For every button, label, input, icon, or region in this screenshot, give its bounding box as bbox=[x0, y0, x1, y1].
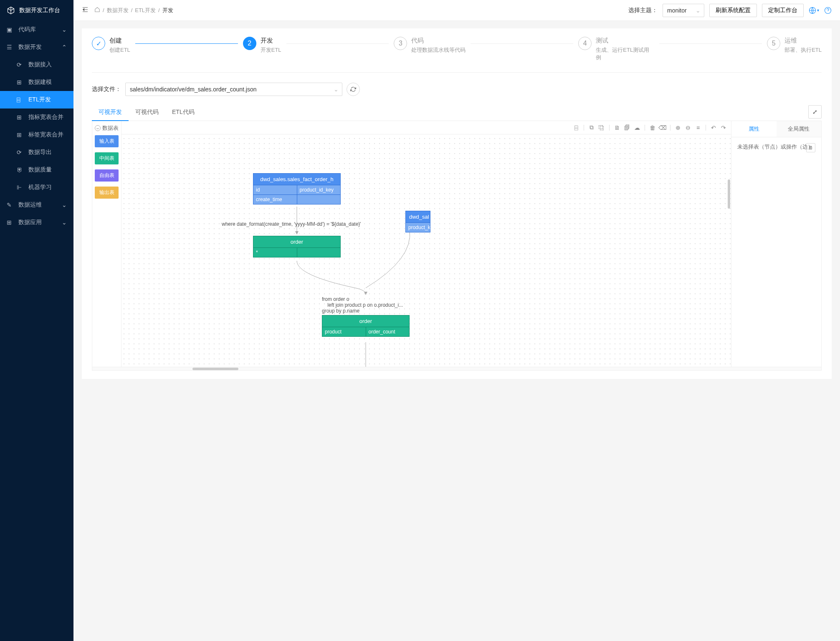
chevron-down-icon: ⌄ bbox=[62, 219, 67, 226]
chevron-down-icon: ⌄ bbox=[62, 26, 67, 33]
sidebar-collapse-button[interactable] bbox=[82, 6, 89, 14]
node-dwd-sal-partial[interactable]: dwd_sal product_k bbox=[405, 211, 430, 232]
props-empty-text: 未选择表（节点）或操作（边） bbox=[737, 144, 813, 150]
grid-icon: ⊞ bbox=[17, 131, 23, 138]
where-annotation: where date_format(create_time, 'yyyy-MM-… bbox=[222, 221, 361, 227]
palette-free-table[interactable]: 自由表 bbox=[95, 169, 119, 182]
customize-workbench-button[interactable]: 定制工作台 bbox=[762, 4, 804, 17]
save-icon[interactable]: 🗐 bbox=[623, 124, 631, 132]
props-tab-attr[interactable]: 属性 bbox=[731, 121, 777, 137]
nav-tag-merge[interactable]: ⊞标签宽表合并 bbox=[0, 126, 73, 144]
properties-panel: 属性 全局属性 未选择表（节点）或操作（边） 🗎 bbox=[731, 121, 821, 367]
zoom-in-icon[interactable]: ⊕ bbox=[674, 124, 682, 132]
node-dwd-sales[interactable]: dwd_sales.sales_fact_order_h idproduct_i… bbox=[253, 173, 341, 204]
sidebar: 数据开发工作台 ▣ 代码库 ⌄ ☰ 数据开发 ⌃ ⟳数据接入 ⊞数据建模 ⌸ET… bbox=[0, 0, 73, 641]
nav-data-model[interactable]: ⊞数据建模 bbox=[0, 73, 73, 91]
chevron-up-icon: ⌃ bbox=[62, 44, 67, 50]
file-select-row: 选择文件： sales/dm/indicator/ve/dm_sales.ord… bbox=[92, 83, 822, 96]
file-label: 选择文件： bbox=[92, 86, 121, 93]
join-annotation: from order o left join product p on o.pr… bbox=[322, 296, 403, 314]
graph-canvas[interactable]: ⌸ ⧉ ⿻ 🗎 🗐 ☁ 🗑 ⌫ bbox=[121, 121, 731, 367]
help-button[interactable] bbox=[824, 7, 832, 14]
file-icon[interactable]: 🗎 bbox=[613, 124, 621, 132]
theme-label: 选择主题： bbox=[628, 7, 658, 14]
steps: ✓ 创建创建ETL 2 开发开发ETL 3 代码处理数据流水线等代码 bbox=[92, 37, 822, 73]
refresh-icon: ⟳ bbox=[17, 61, 23, 68]
breadcrumb-item[interactable]: 数据开发 bbox=[107, 7, 129, 14]
fit-icon[interactable]: ≡ bbox=[694, 124, 702, 132]
nav-data-app[interactable]: ⊞ 数据应用 ⌄ bbox=[0, 214, 73, 231]
home-icon[interactable] bbox=[94, 7, 100, 14]
trash-icon[interactable]: ⌫ bbox=[658, 124, 667, 132]
ml-icon: ⊩ bbox=[17, 184, 23, 191]
copy-icon[interactable]: ⧉ bbox=[587, 124, 596, 132]
shield-icon: ⛨ bbox=[17, 167, 23, 173]
step-done-icon: ✓ bbox=[92, 37, 105, 50]
step-test[interactable]: 4 测试生成、运行ETL测试用例 bbox=[578, 37, 654, 61]
nav-machine-learning[interactable]: ⊩机器学习 bbox=[0, 179, 73, 196]
header: / 数据开发 / ETL开发 / 开发 选择主题： monitor 刷新系统配置… bbox=[73, 0, 840, 21]
dev-tabs: 可视开发 可视代码 ETL代码 ⤢ bbox=[92, 104, 822, 121]
nav-code-repo[interactable]: ▣ 代码库 ⌄ bbox=[0, 21, 73, 38]
props-tab-global[interactable]: 全局属性 bbox=[777, 121, 822, 137]
doc-icon[interactable]: 🗎 bbox=[806, 143, 815, 152]
tab-etl-code[interactable]: ETL代码 bbox=[165, 104, 201, 121]
grid-icon: ⊞ bbox=[17, 114, 23, 121]
logo: 数据开发工作台 bbox=[0, 0, 73, 21]
step-ops[interactable]: 5 运维部署、执行ETL bbox=[767, 37, 822, 54]
caret-down-icon: ▾ bbox=[817, 8, 819, 13]
node-order-out[interactable]: order productorder_count bbox=[322, 315, 410, 337]
nav-data-quality[interactable]: ⛨数据质量 bbox=[0, 161, 73, 179]
zoom-out-icon[interactable]: ⊖ bbox=[684, 124, 692, 132]
palette: –数据表 输入表 中间表 自由表 输出表 bbox=[92, 121, 121, 367]
canvas-toolbar: ⌸ ⧉ ⿻ 🗎 🗐 ☁ 🗑 ⌫ bbox=[121, 121, 731, 134]
chart-icon: ⊞ bbox=[17, 79, 23, 86]
chevron-down-icon: ⌄ bbox=[62, 202, 67, 208]
wrench-icon: ✎ bbox=[7, 202, 13, 208]
step-code[interactable]: 3 代码处理数据流水线等代码 bbox=[394, 37, 466, 54]
file-refresh-button[interactable] bbox=[347, 83, 360, 96]
nav-etl-dev[interactable]: ⌸ETL开发 bbox=[0, 91, 73, 109]
breadcrumb: / 数据开发 / ETL开发 / 开发 bbox=[94, 7, 173, 14]
node-order-mid[interactable]: order * bbox=[253, 236, 341, 257]
nav-indicator-merge[interactable]: ⊞指标宽表合并 bbox=[0, 109, 73, 126]
step-create[interactable]: ✓ 创建创建ETL bbox=[92, 37, 130, 54]
nav-data-export[interactable]: ⟳数据导出 bbox=[0, 144, 73, 161]
undo-icon[interactable]: ↶ bbox=[709, 124, 718, 132]
file-select[interactable]: sales/dm/indicator/ve/dm_sales.order_cou… bbox=[125, 83, 342, 96]
theme-select[interactable]: monitor bbox=[663, 4, 704, 17]
logo-icon bbox=[7, 6, 15, 15]
tab-visual-dev[interactable]: 可视开发 bbox=[92, 104, 129, 121]
breadcrumb-item[interactable]: ETL开发 bbox=[135, 7, 156, 14]
step-develop[interactable]: 2 开发开发ETL bbox=[243, 37, 281, 54]
palette-header[interactable]: –数据表 bbox=[95, 124, 119, 132]
palette-mid-table[interactable]: 中间表 bbox=[95, 152, 119, 164]
logo-title: 数据开发工作台 bbox=[19, 7, 60, 14]
breadcrumb-current: 开发 bbox=[162, 7, 173, 14]
apps-icon: ⊞ bbox=[7, 219, 13, 226]
nav-data-ingest[interactable]: ⟳数据接入 bbox=[0, 56, 73, 73]
delete-icon[interactable]: 🗑 bbox=[648, 124, 657, 132]
nav-data-dev[interactable]: ☰ 数据开发 ⌃ bbox=[0, 38, 73, 56]
code-icon: ▣ bbox=[7, 26, 13, 33]
nav-data-ops[interactable]: ✎ 数据运维 ⌄ bbox=[0, 196, 73, 214]
canvas-hscroll[interactable] bbox=[92, 367, 822, 371]
cloud-icon[interactable]: ☁ bbox=[633, 124, 641, 132]
refresh-config-button[interactable]: 刷新系统配置 bbox=[709, 4, 757, 17]
collapse-icon: – bbox=[95, 125, 101, 131]
export-icon: ⟳ bbox=[17, 149, 23, 156]
screen-icon: ⌸ bbox=[17, 96, 23, 103]
language-button[interactable]: ▾ bbox=[809, 7, 819, 14]
expand-button[interactable]: ⤢ bbox=[808, 105, 822, 119]
layout-icon[interactable]: ⌸ bbox=[572, 124, 580, 132]
canvas-vscroll[interactable] bbox=[728, 179, 730, 209]
list-icon: ☰ bbox=[7, 44, 13, 50]
edges bbox=[121, 121, 731, 367]
redo-icon[interactable]: ↷ bbox=[719, 124, 728, 132]
palette-output-table[interactable]: 输出表 bbox=[95, 187, 119, 199]
tab-visual-code[interactable]: 可视代码 bbox=[129, 104, 165, 121]
palette-input-table[interactable]: 输入表 bbox=[95, 135, 119, 147]
copy2-icon[interactable]: ⿻ bbox=[597, 124, 606, 132]
